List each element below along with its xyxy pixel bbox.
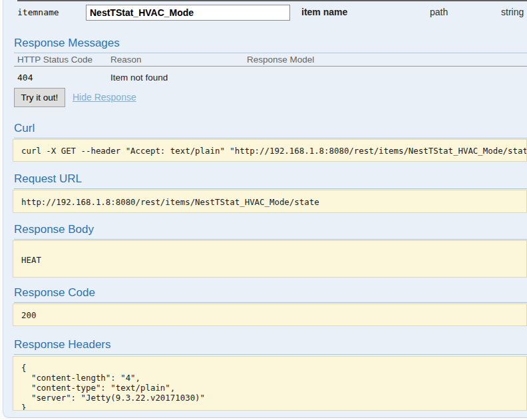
hide-response-link[interactable]: Hide Response [73,92,136,103]
table-header-divider [14,66,527,67]
column-header-status-code: HTTP Status Code [17,55,92,65]
column-header-response-model: Response Model [247,55,314,65]
response-body-code: HEAT [13,240,527,278]
parameter-description: item name [301,7,347,17]
column-header-reason: Reason [110,55,142,65]
status-code-cell: 404 [17,73,33,83]
curl-command-code: curl -X GET --header "Accept: text/plain… [13,139,527,162]
reason-cell: Item not found [110,73,168,83]
parameter-name-label: itemname [17,7,59,17]
response-headers-section-title: Response Headers [14,338,527,355]
response-body-section-title: Response Body [14,223,527,240]
response-code-section-title: Response Code [14,286,527,303]
parameter-data-type: string [501,7,524,17]
parameter-row-divider [17,0,527,1]
curl-section-title: Curl [14,122,527,138]
parameter-type: path [430,7,448,17]
get-operation-panel: itemname item name path string Response … [3,0,527,418]
response-code-code: 200 [13,304,527,326]
swagger-operation-page: itemname item name path string Response … [0,0,527,420]
try-it-out-button[interactable]: Try it out! [14,88,65,107]
parameter-value-input[interactable] [86,5,290,21]
response-messages-title: Response Messages [14,37,527,53]
request-url-code: http://192.168.1.8:8080/rest/items/NestT… [13,190,527,213]
response-headers-code: { "content-length": "4", "content-type":… [13,356,527,411]
request-url-section-title: Request URL [14,172,527,189]
